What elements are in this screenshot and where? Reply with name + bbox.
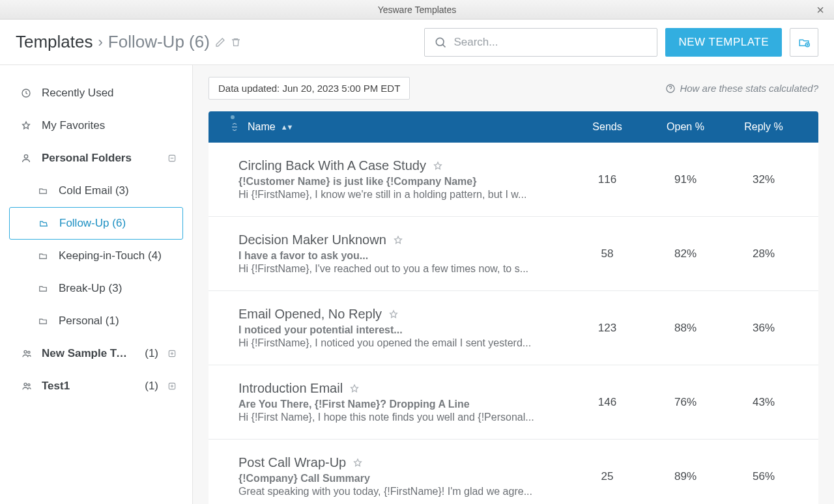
template-preview: Hi {!FirstName}, I've reached out to you… [238, 263, 555, 275]
sidebar-item-count: (6) [112, 217, 126, 229]
template-row[interactable]: Decision Maker UnknownI have a favor to … [208, 217, 818, 291]
template-sends: 25 [568, 470, 646, 483]
template-title: Decision Maker Unknown [238, 232, 386, 247]
template-reply: 56% [725, 470, 803, 483]
table-header: Name ▲▼ Sends Open % Reply % [208, 111, 818, 143]
sidebar-item-label: Cold Email [59, 184, 112, 197]
sidebar-shared-new-sample[interactable]: New Sample Templa... (1) [0, 337, 192, 370]
breadcrumb-root[interactable]: Templates [16, 32, 93, 52]
favorite-star-icon[interactable] [393, 235, 403, 245]
favorite-star-icon[interactable] [352, 458, 363, 468]
sidebar: Recently Used My Favorites Personal Fold… [0, 65, 193, 504]
template-row[interactable]: Post Call Wrap-Up{!Company} Call Summary… [208, 440, 818, 504]
breadcrumb: Templates › Follow-Up (6) [16, 32, 241, 52]
sidebar-item-label: Break-Up [59, 282, 106, 294]
sidebar-folder-personal[interactable]: Personal (1) [0, 305, 192, 337]
svg-point-3 [24, 155, 27, 158]
template-sends: 146 [568, 396, 646, 409]
svg-point-0 [437, 38, 444, 46]
sidebar-folder-cold-email[interactable]: Cold Email (3) [0, 175, 192, 207]
svg-point-5 [24, 350, 27, 353]
sidebar-shared-test1[interactable]: Test1 (1) [0, 370, 192, 402]
sidebar-item-label: Keeping-in-Touch [59, 249, 145, 262]
help-icon [665, 83, 676, 94]
svg-point-8 [24, 383, 27, 385]
window-title: Yesware Templates [378, 5, 457, 15]
stats-help-link[interactable]: How are these stats calculated? [665, 83, 818, 94]
template-subject: {!Customer Name} is just like {!Company … [238, 176, 555, 188]
expand-icon[interactable] [167, 349, 179, 358]
folder-icon [38, 316, 50, 326]
stats-help-label: How are these stats calculated? [680, 83, 818, 94]
sidebar-folder-follow-up[interactable]: Follow-Up (6) [9, 207, 183, 240]
template-open: 91% [646, 173, 725, 186]
search-icon [434, 36, 447, 49]
star-icon [21, 120, 33, 131]
search-box[interactable] [424, 28, 657, 57]
sidebar-item-label: Personal Folders [42, 152, 158, 165]
sidebar-item-label: Test1 [42, 380, 130, 393]
data-updated-badge: Data updated: Jun 20, 2023 5:00 PM EDT [208, 77, 410, 100]
sidebar-item-count: (1) [106, 315, 119, 327]
folder-open-icon [38, 219, 50, 228]
template-reply: 36% [725, 322, 803, 335]
sidebar-folder-break-up[interactable]: Break-Up (3) [0, 272, 192, 305]
folder-icon [38, 186, 50, 195]
new-folder-button[interactable] [790, 28, 818, 57]
new-template-button[interactable]: NEW TEMPLATE [665, 28, 782, 57]
collapse-icon[interactable] [167, 154, 179, 163]
people-icon [21, 381, 33, 391]
template-rows: Circling Back With A Case Study{!Custome… [208, 143, 818, 504]
column-name-label: Name [248, 121, 276, 133]
favorite-star-icon[interactable] [388, 309, 399, 320]
sidebar-item-count: (3) [109, 282, 122, 294]
template-reply: 32% [725, 173, 803, 186]
column-name[interactable]: Name ▲▼ [248, 121, 568, 133]
expand-icon[interactable] [167, 382, 179, 391]
sidebar-recently-used[interactable]: Recently Used [0, 77, 192, 109]
sidebar-item-count: (1) [145, 347, 158, 360]
column-reply[interactable]: Reply % [725, 121, 803, 133]
svg-point-6 [28, 351, 30, 353]
template-open: 89% [646, 470, 725, 483]
sidebar-my-favorites[interactable]: My Favorites [0, 109, 192, 142]
template-title: Introduction Email [238, 381, 343, 396]
template-title: Post Call Wrap-Up [238, 455, 346, 470]
favorite-star-icon[interactable] [433, 161, 443, 171]
template-subject: I have a favor to ask you... [238, 250, 555, 262]
drag-handle-icon[interactable] [231, 122, 238, 132]
template-row[interactable]: Circling Back With A Case Study{!Custome… [208, 143, 818, 217]
sidebar-item-count: (3) [115, 184, 129, 197]
template-row[interactable]: Introduction EmailAre You There, {!First… [208, 365, 818, 440]
edit-icon[interactable] [215, 37, 225, 48]
template-row[interactable]: Email Opened, No ReplyI noticed your pot… [208, 291, 818, 365]
template-reply: 43% [725, 396, 803, 409]
sidebar-folder-keeping-in-touch[interactable]: Keeping-in-Touch (4) [0, 240, 192, 272]
favorite-star-icon[interactable] [349, 384, 360, 394]
folder-plus-icon [798, 36, 811, 48]
sidebar-item-count: (1) [145, 380, 158, 393]
person-icon [21, 153, 33, 163]
sidebar-personal-folders[interactable]: Personal Folders [0, 142, 192, 175]
template-subject: I noticed your potential interest... [238, 324, 555, 336]
template-title: Email Opened, No Reply [238, 307, 382, 322]
template-open: 82% [646, 247, 725, 260]
template-preview: Hi {!First Name}, I hope this note finds… [238, 412, 555, 423]
column-sends[interactable]: Sends [568, 121, 646, 133]
column-open[interactable]: Open % [646, 121, 725, 133]
trash-icon[interactable] [231, 36, 241, 48]
breadcrumb-folder: Follow-Up (6) [108, 32, 210, 52]
clock-icon [21, 88, 33, 98]
sidebar-item-label: Follow-Up [59, 217, 109, 229]
template-subject: {!Company} Call Summary [238, 473, 555, 484]
close-icon[interactable]: × [811, 0, 830, 20]
folder-icon [38, 284, 50, 293]
window-titlebar: Yesware Templates × [0, 0, 834, 20]
template-open: 88% [646, 322, 725, 335]
search-input[interactable] [453, 36, 648, 49]
template-open: 76% [646, 396, 725, 409]
template-preview: Hi {!FirstName}, I noticed you opened th… [238, 337, 555, 349]
template-sends: 58 [568, 247, 646, 260]
svg-point-9 [28, 384, 30, 385]
meta-row: Data updated: Jun 20, 2023 5:00 PM EDT H… [193, 65, 834, 111]
